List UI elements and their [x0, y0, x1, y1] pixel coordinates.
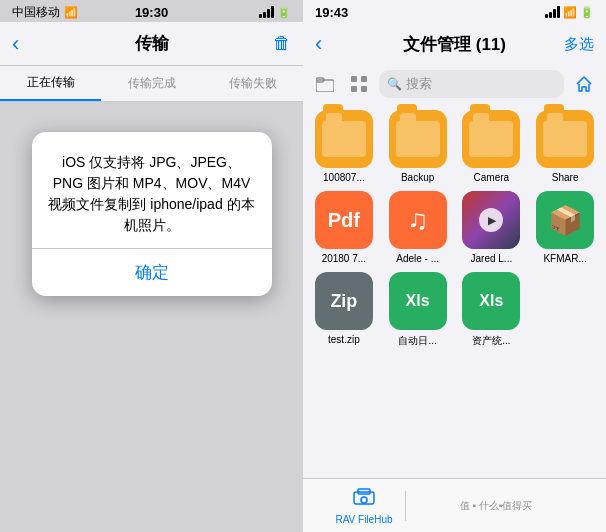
video-icon: ▶ — [462, 191, 520, 249]
list-item[interactable]: Camera — [459, 110, 525, 183]
file-name: Share — [552, 172, 579, 183]
tab-bar-main[interactable]: RAV FileHub — [323, 486, 405, 525]
list-item[interactable]: 📦 KFMAR... — [532, 191, 598, 264]
tab-bar-right: RAV FileHub 值 ▪ 什么▪值得买 — [303, 478, 606, 532]
grid-view-icon[interactable] — [345, 70, 373, 98]
status-bar-right: 19:43 📶 🔋 — [303, 0, 606, 22]
file-name: Adele - ... — [396, 253, 439, 264]
nav-bar-left: ‹ 传输 🗑 — [0, 22, 303, 66]
pdf-icon: Pdf — [315, 191, 373, 249]
battery-icon-left: 🔋 — [277, 6, 291, 19]
status-bar-left: 中国移动 📶 19:30 🔋 — [0, 0, 303, 22]
file-grid: 100807... Backup Camera Share Pdf 20180 — [303, 102, 606, 478]
svg-rect-4 — [351, 86, 357, 92]
dialog-message: iOS 仅支持将 JPG、JPEG、PNG 图片和 MP4、MOV、M4V 视频… — [48, 152, 256, 236]
xls-icon: Xls — [389, 272, 447, 330]
svg-point-8 — [361, 497, 367, 503]
left-content: iOS 仅支持将 JPG、JPEG、PNG 图片和 MP4、MOV、M4V 视频… — [0, 102, 303, 532]
xls-icon: Xls — [462, 272, 520, 330]
file-name: 自动日... — [398, 334, 436, 348]
file-name: KFMAR... — [543, 253, 586, 264]
trash-button[interactable]: 🗑 — [273, 33, 291, 54]
search-bar[interactable]: 🔍 搜索 — [379, 70, 564, 98]
list-item[interactable]: ♫ Adele - ... — [385, 191, 451, 264]
list-item[interactable]: Zip test.zip — [311, 272, 377, 348]
svg-rect-2 — [351, 76, 357, 82]
folder-icon — [536, 110, 594, 168]
file-name: Jared L... — [471, 253, 513, 264]
search-icon: 🔍 — [387, 77, 402, 91]
multiselect-button[interactable]: 多选 — [564, 35, 594, 54]
tab-bar-right-label: 值 ▪ 什么▪值得买 — [460, 499, 533, 513]
wifi-icon-right: 📶 — [563, 6, 577, 19]
right-panel: 19:43 📶 🔋 ‹ 文件管理 (11) 多选 — [303, 0, 606, 532]
file-name: Backup — [401, 172, 434, 183]
dialog-body: iOS 仅支持将 JPG、JPEG、PNG 图片和 MP4、MOV、M4V 视频… — [32, 132, 272, 248]
list-item[interactable]: Xls 自动日... — [385, 272, 451, 348]
music-icon: ♫ — [389, 191, 447, 249]
tab-bar-main-label: RAV FileHub — [335, 514, 392, 525]
folder-icon — [315, 110, 373, 168]
file-name: 20180 7... — [322, 253, 366, 264]
home-icon[interactable] — [570, 70, 598, 98]
rav-icon — [352, 486, 376, 512]
folder-icon — [462, 110, 520, 168]
box-icon: 📦 — [536, 191, 594, 249]
dialog-confirm-button[interactable]: 确定 — [32, 249, 272, 296]
list-item[interactable]: ▶ Jared L... — [459, 191, 525, 264]
file-name: Camera — [474, 172, 510, 183]
page-title-right: 文件管理 (11) — [403, 33, 506, 56]
battery-icon-right: 🔋 — [580, 6, 594, 19]
search-placeholder: 搜索 — [406, 75, 432, 93]
time-right: 19:43 — [315, 5, 348, 20]
folder-view-icon[interactable] — [311, 70, 339, 98]
toolbar-right: 🔍 搜索 — [303, 66, 606, 102]
folder-icon — [389, 110, 447, 168]
tab-transmitting[interactable]: 正在传输 — [0, 66, 101, 101]
file-name: 资产统... — [472, 334, 510, 348]
list-item[interactable]: Share — [532, 110, 598, 183]
list-item[interactable]: Pdf 20180 7... — [311, 191, 377, 264]
left-panel: 中国移动 📶 19:30 🔋 ‹ 传输 🗑 正在传输 传输完成 传输失败 iOS… — [0, 0, 303, 532]
time-left: 19:30 — [135, 5, 168, 20]
back-button-right[interactable]: ‹ — [315, 31, 322, 57]
tabs-left: 正在传输 传输完成 传输失败 — [0, 66, 303, 102]
list-item[interactable]: 100807... — [311, 110, 377, 183]
page-title-left: 传输 — [135, 32, 169, 55]
file-name: 100807... — [323, 172, 365, 183]
back-button-left[interactable]: ‹ — [12, 31, 19, 57]
svg-rect-5 — [361, 86, 367, 92]
nav-bar-right: ‹ 文件管理 (11) 多选 — [303, 22, 606, 66]
list-item[interactable]: Xls 资产统... — [459, 272, 525, 348]
carrier-left: 中国移动 — [12, 4, 60, 21]
svg-rect-3 — [361, 76, 367, 82]
alert-dialog: iOS 仅支持将 JPG、JPEG、PNG 图片和 MP4、MOV、M4V 视频… — [32, 132, 272, 296]
wifi-icon-left: 📶 — [64, 6, 78, 19]
file-name: test.zip — [328, 334, 360, 345]
tab-completed[interactable]: 传输完成 — [101, 66, 202, 101]
tab-bar-right-item[interactable]: 值 ▪ 什么▪值得买 — [406, 499, 586, 513]
zip-icon: Zip — [315, 272, 373, 330]
tab-failed[interactable]: 传输失败 — [202, 66, 303, 101]
list-item[interactable]: Backup — [385, 110, 451, 183]
